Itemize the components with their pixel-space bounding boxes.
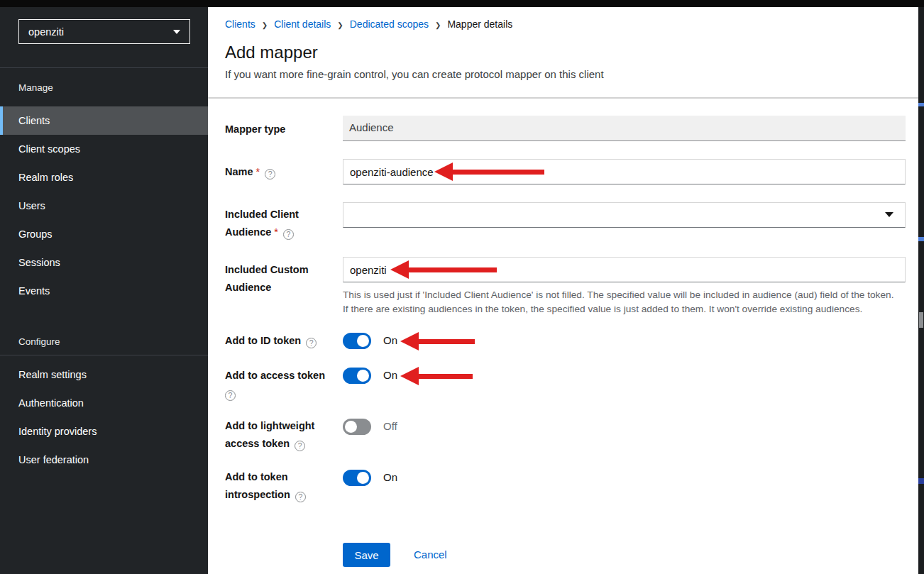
arrow-tail	[419, 339, 475, 344]
annotation-arrow-access-token	[400, 367, 473, 385]
breadcrumb: Clients ❯ Client details ❯ Dedicated sco…	[225, 18, 512, 30]
add-to-access-token-toggle[interactable]	[343, 368, 371, 384]
breadcrumb-separator-icon: ❯	[262, 20, 268, 29]
arrow-head-icon	[400, 332, 419, 351]
included-client-audience-label: Included Client Audience*?	[225, 206, 336, 241]
realm-name: openziti	[28, 26, 64, 38]
breadcrumb-link-clients[interactable]: Clients	[225, 18, 255, 30]
sidebar-divider	[0, 67, 208, 68]
help-icon[interactable]: ?	[283, 229, 294, 240]
nav-section-manage: Manage	[18, 82, 53, 93]
toggle-knob	[345, 421, 357, 433]
chevron-down-icon[interactable]	[885, 212, 893, 217]
page-subtitle: If you want more fine-grain control, you…	[225, 68, 604, 80]
help-icon[interactable]: ?	[295, 441, 305, 451]
help-icon[interactable]: ?	[295, 492, 306, 502]
add-to-token-introspection-label: Add to token introspection?	[225, 468, 336, 504]
sidebar-item-realm-settings[interactable]: Realm settings	[0, 360, 208, 389]
add-to-lightweight-access-token-label: Add to lightweight access token?	[225, 417, 336, 453]
header-divider	[208, 97, 918, 99]
sidebar: openziti Manage Clients Client scopes Re…	[0, 7, 208, 574]
arrow-tail	[453, 170, 544, 175]
arrow-head-icon	[390, 260, 409, 279]
add-to-access-token-label: Add to access token ?	[225, 367, 336, 402]
breadcrumb-separator-icon: ❯	[435, 20, 441, 29]
page-title: Add mapper	[225, 43, 318, 62]
help-icon[interactable]: ?	[265, 169, 275, 180]
breadcrumb-link-client-details[interactable]: Client details	[274, 18, 331, 30]
annotation-arrow-custom-audience	[390, 260, 497, 279]
add-to-access-token-state: On	[383, 369, 397, 381]
main-content: Clients ❯ Client details ❯ Dedicated sco…	[208, 7, 918, 574]
breadcrumb-current: Mapper details	[447, 18, 512, 30]
mapper-type-field: Audience	[343, 116, 906, 141]
name-label: Name*?	[225, 163, 336, 181]
toggle-knob	[357, 370, 369, 382]
annotation-arrow-id-token	[400, 332, 475, 351]
save-button[interactable]: Save	[343, 543, 390, 567]
arrow-head-icon	[434, 162, 453, 181]
add-to-token-introspection-state: On	[383, 471, 397, 483]
required-asterisk: *	[256, 166, 260, 177]
sidebar-item-sessions[interactable]: Sessions	[0, 248, 208, 277]
sidebar-item-events[interactable]: Events	[0, 277, 208, 305]
sidebar-item-user-federation[interactable]: User federation	[0, 446, 208, 474]
sidebar-item-authentication[interactable]: Authentication	[0, 389, 208, 417]
sidebar-item-groups[interactable]: Groups	[0, 220, 208, 248]
arrow-tail	[409, 267, 497, 272]
included-custom-audience-helper: This is used just if 'Included Client Au…	[343, 288, 911, 316]
arrow-tail	[419, 374, 473, 379]
keycloak-admin-console: openziti Manage Clients Client scopes Re…	[0, 0, 924, 574]
scrollbar-marker	[918, 237, 924, 241]
name-input[interactable]	[343, 159, 906, 184]
page-scrollbar[interactable]	[918, 7, 924, 574]
chevron-down-icon	[173, 30, 180, 34]
realm-selector-dropdown[interactable]: openziti	[18, 19, 190, 44]
scrollbar-marker	[918, 478, 924, 484]
included-custom-audience-label: Included Custom Audience	[225, 261, 336, 297]
add-to-id-token-state: On	[383, 334, 397, 346]
nav-section-configure: Configure	[18, 336, 60, 347]
included-client-audience-select[interactable]	[343, 202, 906, 228]
add-to-lightweight-access-token-state: Off	[383, 420, 397, 432]
sidebar-divider	[0, 355, 208, 355]
toggle-knob	[357, 472, 369, 484]
arrow-head-icon	[400, 367, 419, 385]
annotation-arrow-name	[434, 162, 544, 181]
sidebar-item-identity-providers[interactable]: Identity providers	[0, 417, 208, 446]
mapper-type-label: Mapper type	[225, 121, 336, 138]
breadcrumb-link-dedicated-scopes[interactable]: Dedicated scopes	[350, 18, 429, 30]
help-icon[interactable]: ?	[225, 390, 236, 401]
masthead-bar	[0, 0, 924, 7]
toggle-knob	[357, 335, 369, 347]
breadcrumb-separator-icon: ❯	[337, 20, 343, 29]
help-icon[interactable]: ?	[306, 338, 317, 348]
cancel-button[interactable]: Cancel	[414, 548, 447, 561]
sidebar-item-users[interactable]: Users	[0, 192, 208, 220]
sidebar-item-realm-roles[interactable]: Realm roles	[0, 163, 208, 192]
add-to-id-token-label: Add to ID token?	[225, 332, 336, 350]
add-to-token-introspection-toggle[interactable]	[343, 470, 371, 486]
scrollbar-thumb[interactable]	[919, 312, 923, 328]
add-to-lightweight-access-token-toggle[interactable]	[343, 419, 371, 435]
required-asterisk: *	[274, 226, 278, 238]
add-to-id-token-toggle[interactable]	[343, 333, 371, 349]
scrollbar-marker	[918, 103, 924, 106]
sidebar-item-client-scopes[interactable]: Client scopes	[0, 135, 208, 163]
sidebar-item-clients[interactable]: Clients	[0, 106, 208, 135]
